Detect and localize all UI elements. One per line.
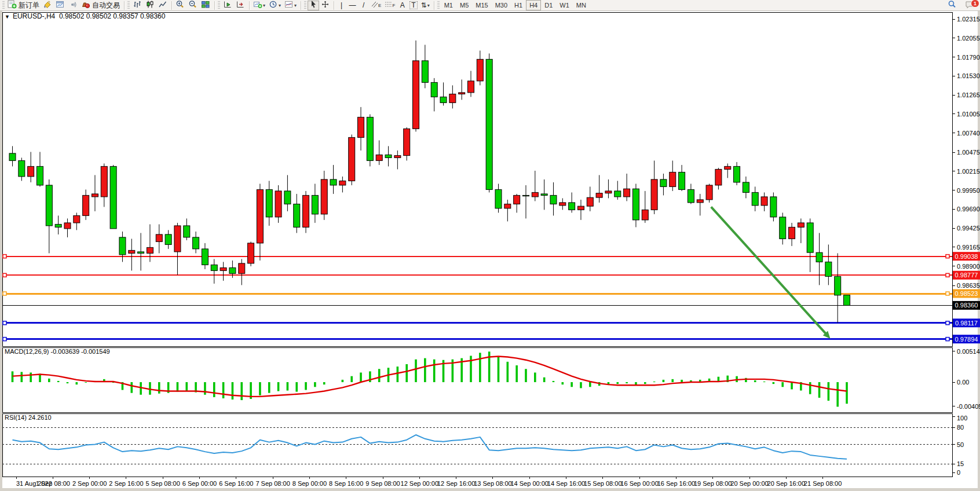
chart-profile-button[interactable] <box>54 1 67 10</box>
timeframe-button-m5[interactable]: M5 <box>456 0 472 10</box>
new-order-icon <box>8 0 17 11</box>
candle-body <box>605 191 612 193</box>
price-tick-label: 0.98900 <box>957 263 980 270</box>
time-tick-label: 7 Sep 08:00 <box>255 480 290 487</box>
candle-body <box>679 172 685 189</box>
auto-trading-button[interactable]: 自动交易 <box>79 1 122 10</box>
candle-body <box>504 204 511 208</box>
candlestick-mode-button[interactable] <box>144 1 156 10</box>
candle-body <box>541 194 547 196</box>
crosshair-tool-button[interactable] <box>319 1 331 10</box>
chart-shift-button[interactable] <box>234 1 247 10</box>
candle-body <box>807 223 813 252</box>
tile-windows-button[interactable] <box>199 1 212 10</box>
new-chart-button[interactable]: ▾ <box>251 1 267 10</box>
line-handle[interactable] <box>946 338 949 341</box>
time-tick-label: 1 Sep 08:00 <box>36 480 70 487</box>
line-handle[interactable] <box>3 273 6 277</box>
symbol-dropdown-icon[interactable]: ▼ <box>5 14 10 20</box>
zoom-out-button[interactable] <box>187 1 199 10</box>
timeframe-button-w1[interactable]: W1 <box>556 0 573 10</box>
chart-shift-icon <box>236 0 245 11</box>
line-handle[interactable] <box>3 321 6 325</box>
chart-canvas[interactable]: 1.023151.020551.017901.015301.012651.010… <box>0 0 980 491</box>
timeframe-button-m15[interactable]: M15 <box>472 0 491 10</box>
timeframe-button-m1[interactable]: M1 <box>441 0 456 10</box>
candle-body <box>670 172 676 186</box>
candle-body <box>101 166 107 197</box>
search-button[interactable] <box>946 1 959 10</box>
price-tick-label: 1.01265 <box>957 91 980 98</box>
candle-body <box>743 182 749 193</box>
fibonacci-tool-button[interactable]: F <box>383 1 397 10</box>
auto-trading-icon <box>81 0 90 11</box>
candle-body <box>385 155 392 157</box>
timeframe-button-d1[interactable]: D1 <box>541 0 556 10</box>
line-handle[interactable] <box>946 292 949 295</box>
candle-body <box>431 82 437 97</box>
timeframe-button-h4[interactable]: H4 <box>526 0 541 10</box>
notifications-button[interactable]: 1 <box>963 1 977 10</box>
toolbar-grip <box>437 1 440 10</box>
profiles-button[interactable]: ▾ <box>267 1 283 10</box>
line-handle[interactable] <box>3 255 6 258</box>
text-label-tool-button[interactable]: T <box>408 1 419 10</box>
toolbar-grip <box>127 1 130 10</box>
line-chart-icon <box>158 0 167 11</box>
timeframe-button-mn[interactable]: MN <box>573 0 590 10</box>
line-handle[interactable] <box>946 255 949 258</box>
line-handle[interactable] <box>3 292 6 295</box>
auto-scroll-button[interactable] <box>221 1 234 10</box>
time-tick-label: 8 Sep 00:00 <box>292 480 327 487</box>
candle-body <box>560 203 566 206</box>
paint-bucket-icon <box>43 0 52 11</box>
horizontal-line-tool-button[interactable]: — <box>347 1 358 10</box>
candle-body <box>624 189 630 197</box>
sound-alert-button[interactable] <box>67 1 79 10</box>
bar-chart-mode-button[interactable] <box>131 1 144 10</box>
candle-body <box>110 166 116 229</box>
candle-body <box>129 250 135 253</box>
candle-body <box>789 227 795 239</box>
line-handle[interactable] <box>3 338 6 341</box>
fibonacci-icon <box>385 0 392 11</box>
time-tick-label: 8 Sep 16:00 <box>329 480 363 487</box>
trendline-tool-button[interactable]: / <box>358 1 369 10</box>
candle-body <box>522 195 529 196</box>
text-tool-button[interactable]: A <box>397 1 408 10</box>
line-chart-mode-button[interactable] <box>156 1 169 10</box>
timeframe-button-m30[interactable]: M30 <box>492 0 511 10</box>
line-handle[interactable] <box>946 273 949 277</box>
candle-body <box>174 226 181 252</box>
price-tick-label: 0.98635 <box>957 282 980 289</box>
timeframe-button-h1[interactable]: H1 <box>511 0 526 10</box>
cursor-tool-button[interactable] <box>308 1 319 10</box>
paint-bucket-button[interactable] <box>41 1 54 10</box>
candle-body <box>770 197 777 217</box>
price-badge: 0.98523 <box>953 290 980 298</box>
zoom-in-button[interactable] <box>174 1 187 10</box>
price-badge-label: 0.97894 <box>955 336 978 343</box>
horizontal-line-icon: — <box>349 2 356 9</box>
equidistant-channel-tool-button[interactable]: E <box>369 1 383 10</box>
auto-scroll-icon <box>223 0 232 11</box>
candle-body <box>642 210 648 220</box>
vertical-line-tool-button[interactable]: | <box>336 1 347 10</box>
new-order-button[interactable]: 新订单 <box>6 1 41 10</box>
notification-count-badge: 1 <box>971 0 979 8</box>
indicators-button[interactable]: ▾ <box>283 1 298 10</box>
time-tick-label: 19 Sep 08:00 <box>694 480 732 487</box>
toolbar-separator <box>334 1 334 10</box>
main-toolbar: 新订单 自动交易 <box>0 0 980 11</box>
line-handle[interactable] <box>946 321 949 325</box>
zoom-out-icon <box>188 0 198 11</box>
arrows-tool-button[interactable]: ⇅ ▾ <box>419 1 432 10</box>
candle-body <box>816 252 822 262</box>
arrows-tool-icon: ⇅ <box>421 2 427 9</box>
candle-body <box>798 223 804 228</box>
price-tick-label: 1.00215 <box>957 168 980 175</box>
price-tick-label: 0.99690 <box>957 206 980 212</box>
price-tick-label: 1.01790 <box>957 54 980 61</box>
candle-body <box>825 262 832 276</box>
candle-body <box>477 59 483 81</box>
